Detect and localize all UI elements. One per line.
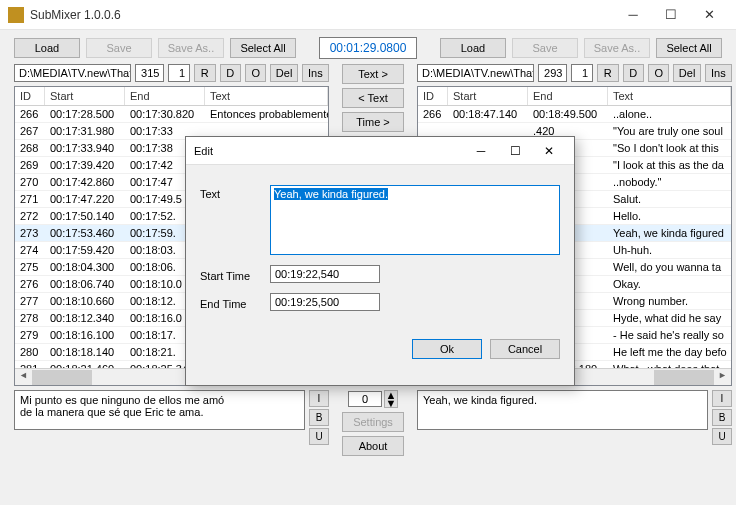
- th-text[interactable]: Text: [205, 87, 328, 105]
- saveas-button-left: Save As..: [158, 38, 224, 58]
- italic-button-left[interactable]: I: [309, 390, 329, 407]
- del-button-right[interactable]: Del: [673, 64, 700, 82]
- spin-down-icon[interactable]: ▼: [385, 399, 397, 407]
- th-id-r[interactable]: ID: [418, 87, 448, 105]
- pos-right[interactable]: 1: [571, 64, 593, 82]
- th-end[interactable]: End: [125, 87, 205, 105]
- dialog-end-label: End Time: [200, 295, 258, 310]
- underline-button-right[interactable]: U: [712, 428, 732, 445]
- th-id[interactable]: ID: [15, 87, 45, 105]
- dialog-minimize-button[interactable]: ─: [464, 139, 498, 163]
- settings-button: Settings: [342, 412, 404, 432]
- titlebar: SubMixer 1.0.0.6 ─ ☐ ✕: [0, 0, 736, 30]
- th-start-r[interactable]: Start: [448, 87, 528, 105]
- d-button-right[interactable]: D: [623, 64, 644, 82]
- th-text-r[interactable]: Text: [608, 87, 731, 105]
- timecode-display[interactable]: 00:01:29.0800: [319, 37, 417, 59]
- time-forward-button[interactable]: Time >: [342, 112, 404, 132]
- o-button-left[interactable]: O: [245, 64, 266, 82]
- offset-spinner[interactable]: ▲▼: [348, 390, 398, 408]
- dialog-ok-button[interactable]: Ok: [412, 339, 482, 359]
- path-left[interactable]: D:\MEDIA\TV.new\That 7: [14, 64, 131, 82]
- bold-button-left[interactable]: B: [309, 409, 329, 426]
- about-button[interactable]: About: [342, 436, 404, 456]
- save-button-right: Save: [512, 38, 578, 58]
- toolbar: Load Save Save As.. Select All 00:01:29.…: [0, 30, 736, 64]
- selectall-button-left[interactable]: Select All: [230, 38, 296, 58]
- pos-left[interactable]: 1: [168, 64, 190, 82]
- table-row[interactable]: 26600:17:28.50000:17:30.820Entonces prob…: [15, 106, 328, 123]
- underline-button-left[interactable]: U: [309, 428, 329, 445]
- app-icon: [8, 7, 24, 23]
- text-back-button[interactable]: < Text: [342, 88, 404, 108]
- dialog-text-label: Text: [200, 185, 258, 200]
- bold-button-right[interactable]: B: [712, 409, 732, 426]
- italic-button-right[interactable]: I: [712, 390, 732, 407]
- close-button[interactable]: ✕: [690, 1, 728, 29]
- selectall-button-right[interactable]: Select All: [656, 38, 722, 58]
- ins-button-right[interactable]: Ins: [705, 64, 732, 82]
- dialog-start-input[interactable]: [270, 265, 380, 283]
- dialog-start-label: Start Time: [200, 267, 258, 282]
- dialog-title: Edit: [194, 145, 213, 157]
- o-button-right[interactable]: O: [648, 64, 669, 82]
- preview-left[interactable]: Mi punto es que ninguno de ellos me amó …: [14, 390, 305, 430]
- r-button-right[interactable]: R: [597, 64, 618, 82]
- dialog-maximize-button[interactable]: ☐: [498, 139, 532, 163]
- count-right: 293: [538, 64, 567, 82]
- th-end-r[interactable]: End: [528, 87, 608, 105]
- th-start[interactable]: Start: [45, 87, 125, 105]
- r-button-left[interactable]: R: [194, 64, 215, 82]
- dialog-close-button[interactable]: ✕: [532, 139, 566, 163]
- dialog-cancel-button[interactable]: Cancel: [490, 339, 560, 359]
- scroll-left-icon[interactable]: ◄: [15, 370, 32, 385]
- window-title: SubMixer 1.0.0.6: [30, 8, 614, 22]
- minimize-button[interactable]: ─: [614, 1, 652, 29]
- maximize-button[interactable]: ☐: [652, 1, 690, 29]
- d-button-left[interactable]: D: [220, 64, 241, 82]
- ins-button-left[interactable]: Ins: [302, 64, 329, 82]
- del-button-left[interactable]: Del: [270, 64, 297, 82]
- table-row[interactable]: 26600:18:47.14000:18:49.500..alone..: [418, 106, 731, 123]
- save-button-left: Save: [86, 38, 152, 58]
- edit-dialog: Edit ─ ☐ ✕ Text Yeah, we kinda figured. …: [185, 136, 575, 386]
- count-left: 315: [135, 64, 164, 82]
- load-button-right[interactable]: Load: [440, 38, 506, 58]
- dialog-end-input[interactable]: [270, 293, 380, 311]
- preview-right[interactable]: Yeah, we kinda figured.: [417, 390, 708, 430]
- saveas-button-right: Save As..: [584, 38, 650, 58]
- text-forward-button[interactable]: Text >: [342, 64, 404, 84]
- dialog-text-input[interactable]: Yeah, we kinda figured.: [270, 185, 560, 255]
- load-button-left[interactable]: Load: [14, 38, 80, 58]
- scroll-right-icon[interactable]: ►: [714, 370, 731, 385]
- path-right[interactable]: D:\MEDIA\TV.new\That: [417, 64, 534, 82]
- offset-input[interactable]: [348, 391, 382, 407]
